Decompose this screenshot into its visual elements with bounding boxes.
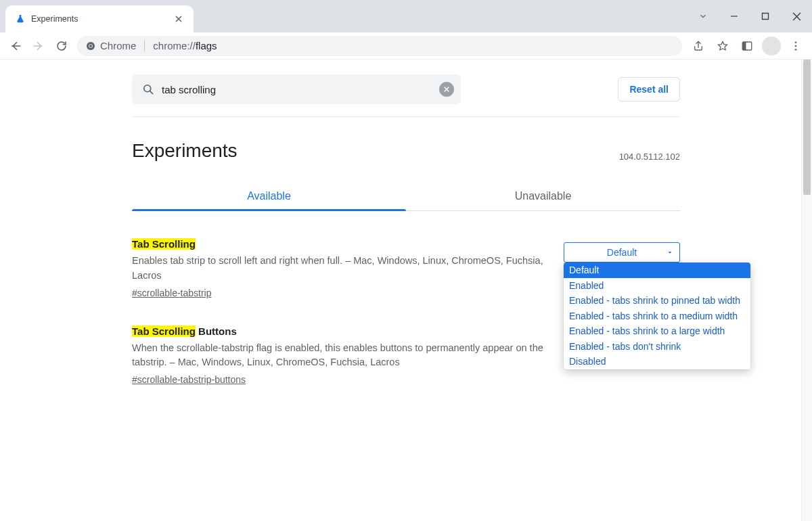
flag-description: Enables tab strip to scroll left and rig… — [132, 254, 545, 284]
tab-unavailable[interactable]: Unavailable — [406, 181, 680, 210]
url-text: chrome://flags — [145, 40, 217, 51]
dropdown-option[interactable]: Disabled — [564, 354, 750, 369]
select-dropdown: Default Enabled Enabled - tabs shrink to… — [564, 263, 750, 369]
page-viewport: tab scrolling Reset all Experiments 104.… — [0, 60, 812, 521]
search-value: tab scrolling — [162, 84, 432, 95]
dropdown-option[interactable]: Enabled - tabs shrink to a medium width — [564, 309, 750, 324]
share-icon[interactable] — [686, 35, 710, 58]
close-tab-icon[interactable] — [173, 14, 184, 24]
window-controls — [687, 0, 812, 32]
forward-button[interactable] — [27, 35, 50, 58]
reset-all-label: Reset all — [629, 84, 669, 95]
chrome-icon — [85, 41, 96, 51]
flag-title: Tab Scrolling — [132, 238, 545, 250]
dropdown-option[interactable]: Default — [564, 263, 750, 278]
reset-all-button[interactable]: Reset all — [618, 77, 680, 101]
browser-titlebar: Experiments — [0, 0, 812, 32]
dropdown-option[interactable]: Enabled - tabs shrink to a large width — [564, 323, 750, 339]
page-title: Experiments — [132, 140, 238, 162]
scrollbar[interactable] — [801, 60, 812, 521]
dropdown-option[interactable]: Enabled - tabs shrink to pinned tab widt… — [564, 293, 750, 309]
kebab-menu-icon[interactable] — [784, 35, 808, 58]
back-button[interactable] — [4, 35, 27, 58]
svg-point-6 — [795, 41, 797, 43]
flag-id-link[interactable]: #scrollable-tabstrip-buttons — [132, 374, 545, 385]
tab-title: Experiments — [31, 14, 173, 24]
flask-icon — [15, 14, 26, 24]
side-panel-icon[interactable] — [735, 35, 759, 58]
dropdown-option[interactable]: Enabled — [564, 278, 750, 294]
svg-point-8 — [795, 48, 797, 50]
flag-state-select[interactable]: Default — [564, 242, 680, 263]
select-value: Default — [607, 247, 637, 258]
minimize-button[interactable] — [719, 4, 750, 28]
flag-title: Tab Scrolling Buttons — [132, 325, 545, 337]
flag-id-link[interactable]: #scrollable-tabstrip — [132, 288, 545, 298]
clear-search-icon[interactable] — [439, 82, 454, 97]
dropdown-option[interactable]: Enabled - tabs don't shrink — [564, 339, 750, 355]
flag-entry: Tab Scrolling Enables tab strip to scrol… — [132, 238, 680, 298]
svg-rect-0 — [763, 14, 769, 20]
flags-search-input[interactable]: tab scrolling — [132, 74, 461, 104]
svg-point-3 — [89, 45, 92, 47]
tabs: Available Unavailable — [132, 181, 680, 211]
scrollbar-thumb[interactable] — [803, 60, 811, 195]
profile-avatar[interactable] — [762, 37, 781, 55]
chevron-down-icon[interactable] — [687, 4, 719, 28]
address-bar[interactable]: Chrome chrome://flags — [77, 36, 682, 56]
maximize-button[interactable] — [750, 4, 781, 28]
svg-point-9 — [144, 85, 151, 92]
site-chip-label: Chrome — [100, 40, 136, 51]
search-row: tab scrolling Reset all — [132, 70, 680, 117]
reload-button[interactable] — [50, 35, 73, 58]
browser-tab[interactable]: Experiments — [5, 5, 194, 32]
svg-rect-5 — [742, 42, 746, 50]
flag-description: When the scrollable-tabstrip flag is ena… — [132, 341, 545, 371]
close-window-button[interactable] — [781, 4, 812, 28]
chevron-down-icon — [666, 248, 674, 256]
svg-point-7 — [795, 45, 797, 47]
search-icon — [141, 83, 155, 96]
browser-toolbar: Chrome chrome://flags — [0, 32, 812, 60]
bookmark-star-icon[interactable] — [710, 35, 735, 58]
tab-available[interactable]: Available — [132, 181, 406, 210]
site-chip: Chrome — [85, 40, 145, 51]
version-label: 104.0.5112.102 — [619, 152, 680, 162]
